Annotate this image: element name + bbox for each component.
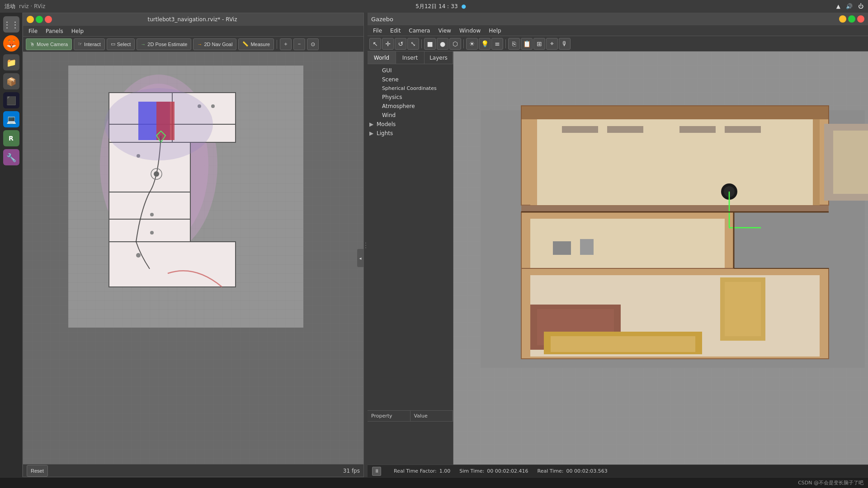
rviz-menu-panels[interactable]: Panels (42, 27, 67, 35)
dock-icon-apps[interactable]: ⋮⋮ (3, 16, 19, 33)
dock-icon-firefox[interactable]: 🦊 (3, 35, 19, 52)
gz-align-tool[interactable]: ⊞ (533, 38, 545, 50)
world-tab-world[interactable]: World (368, 52, 396, 64)
collapse-arrow[interactable]: ◂ (357, 249, 363, 267)
gz-cylinder-tool[interactable]: ⬡ (449, 38, 461, 50)
tree-item-models[interactable]: ▶ Models (368, 120, 453, 129)
dock-icon-other[interactable]: 🔧 (3, 149, 19, 165)
main-area: ⋮⋮ 🦊 📁 📦 ⬛ 💻 R 🔧 turtlebot3_navigation.r… (0, 13, 868, 477)
dock-icon-vscode[interactable]: 💻 (3, 111, 19, 127)
gazebo-menu-edit[interactable]: Edit (387, 27, 404, 35)
dock-icon-rviz[interactable]: R (3, 130, 19, 146)
gz-copy-tool[interactable]: ⎘ (508, 38, 520, 50)
volume-icon: 🔊 (846, 3, 853, 9)
gz-toolbar-sep-3 (505, 39, 506, 48)
real-time-label: Real Time: (538, 468, 564, 474)
rviz-minimize-btn[interactable] (27, 16, 34, 23)
wind-label: Wind (382, 112, 396, 118)
nav-goal-icon: → (197, 42, 202, 47)
gazebo-win-buttons (839, 15, 864, 23)
gazebo-menu-camera[interactable]: Camera (405, 27, 434, 35)
gz-scale-tool[interactable]: ⤡ (407, 38, 419, 50)
reset-btn[interactable]: Reset (27, 465, 48, 477)
gazebo-menu-file[interactable]: File (369, 27, 386, 35)
gz-sphere-tool[interactable]: ● (437, 38, 448, 50)
gazebo-menubar: File Edit Camera View Window Help (368, 25, 868, 36)
gazebo-maximize-btn[interactable] (848, 15, 855, 23)
world-tree: GUI Scene Spherical Coordinates Physics (368, 64, 453, 410)
tree-item-atmosphere[interactable]: Atmosphere (368, 102, 453, 111)
world-panel: World Insert Layers GUI Scene (368, 52, 453, 465)
zoom-out-btn[interactable]: － (293, 38, 305, 50)
dock-icon-software[interactable]: 📦 (3, 73, 19, 89)
gazebo-viewport[interactable] (453, 52, 868, 465)
svg-rect-48 (725, 282, 761, 336)
select-btn[interactable]: ▭ Select (107, 38, 135, 50)
window-splitter[interactable] (364, 13, 368, 477)
gz-directional-light[interactable]: ≡ (491, 38, 503, 50)
dock-icon-terminal[interactable]: ⬛ (3, 92, 19, 108)
svg-rect-35 (833, 131, 868, 194)
gz-rotate-tool[interactable]: ↺ (395, 38, 406, 50)
property-col: Property (368, 411, 410, 421)
world-tab-layers[interactable]: Layers (425, 52, 453, 64)
rviz-window: turtlebot3_navigation.rviz* - RViz File … (23, 13, 364, 477)
tree-item-spherical-coords[interactable]: Spherical Coordinates (368, 84, 453, 93)
gz-record-tool[interactable]: 🎙 (559, 38, 571, 50)
tree-item-scene[interactable]: Scene (368, 75, 453, 84)
measure-btn[interactable]: 📏 Measure (238, 38, 274, 50)
zoom-in-btn[interactable]: ＋ (280, 38, 292, 50)
sim-time-label: Sim Time: (459, 468, 484, 474)
svg-rect-32 (530, 119, 537, 205)
measure-label: Measure (250, 42, 270, 47)
camera-reset-btn[interactable]: ⊙ (307, 38, 319, 50)
gz-paste-tool[interactable]: 📋 (521, 38, 533, 50)
svg-rect-52 (551, 336, 695, 352)
gz-point-light-tool[interactable]: 💡 (479, 38, 491, 50)
gazebo-menu-view[interactable]: View (434, 27, 454, 35)
nav-goal-btn[interactable]: → 2D Nav Goal (193, 38, 236, 50)
gz-select-tool[interactable]: ↖ (369, 38, 381, 50)
tree-item-wind[interactable]: Wind (368, 111, 453, 120)
lights-arrow: ▶ (369, 130, 375, 136)
svg-point-24 (154, 171, 159, 177)
gz-sun-tool[interactable]: ☀ (466, 38, 478, 50)
gazebo-minimize-btn[interactable] (839, 15, 846, 23)
gz-translate-tool[interactable]: ✛ (382, 38, 394, 50)
gui-label: GUI (382, 67, 392, 74)
svg-point-22 (136, 253, 141, 258)
gazebo-close-btn[interactable] (857, 15, 864, 23)
rviz-maximize-btn[interactable] (36, 16, 43, 23)
svg-rect-30 (521, 106, 829, 119)
pause-icon: ⏸ (374, 468, 379, 474)
rviz-viewport[interactable]: ◂ (23, 52, 363, 464)
reset-label: Reset (31, 468, 44, 474)
rviz-menu-help[interactable]: Help (68, 27, 87, 35)
interact-btn[interactable]: ☞ Interact (74, 38, 105, 50)
move-camera-btn[interactable]: 🖱 Move Camera (26, 38, 72, 50)
rviz-menu-file[interactable]: File (25, 27, 41, 35)
activities-label[interactable]: 活动 (5, 3, 15, 10)
value-col: Value (410, 411, 453, 421)
svg-rect-54 (607, 126, 643, 133)
physics-label: Physics (382, 94, 402, 100)
spherical-label: Spherical Coordinates (382, 85, 437, 91)
rviz-menubar: File Panels Help (23, 26, 363, 37)
gazebo-menu-help[interactable]: Help (485, 27, 505, 35)
world-tab-insert[interactable]: Insert (396, 52, 425, 64)
pause-btn[interactable]: ⏸ (372, 467, 381, 476)
rviz-close-btn[interactable] (45, 16, 52, 23)
svg-point-20 (150, 213, 154, 216)
gz-snap-tool[interactable]: ⌖ (546, 38, 558, 50)
pose-estimate-btn[interactable]: → 2D Pose Estimate (137, 38, 191, 50)
tree-item-gui[interactable]: GUI (368, 66, 453, 75)
pose-estimate-icon: → (141, 42, 146, 47)
tree-item-lights[interactable]: ▶ Lights (368, 129, 453, 138)
dock-icon-files[interactable]: 📁 (3, 54, 19, 70)
tree-item-physics[interactable]: Physics (368, 93, 453, 102)
rviz-win-buttons (27, 16, 52, 23)
nav-goal-label: 2D Nav Goal (204, 42, 232, 47)
atmosphere-label: Atmosphere (382, 103, 415, 109)
gazebo-menu-window[interactable]: Window (456, 27, 484, 35)
gz-box-tool[interactable]: ■ (424, 38, 436, 50)
